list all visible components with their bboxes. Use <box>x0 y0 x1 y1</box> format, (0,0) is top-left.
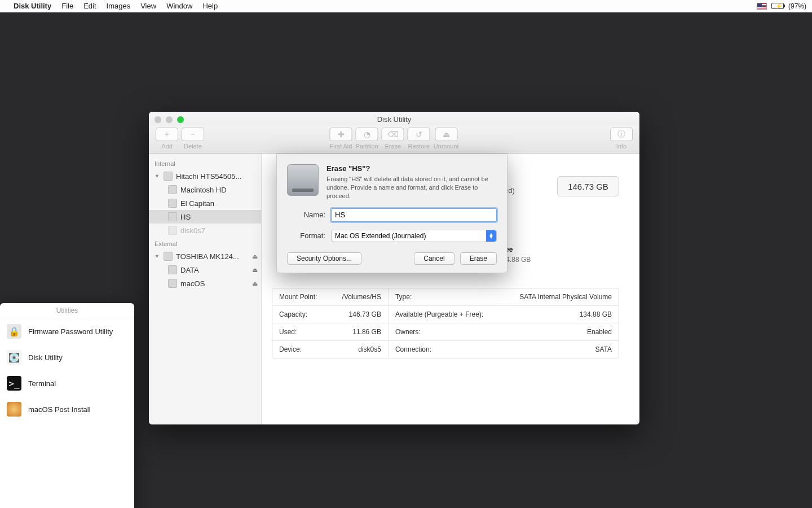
installer-icon <box>7 402 21 417</box>
toolbar-delete[interactable]: －Delete <box>182 128 204 150</box>
table-row: Mount Point:/Volumes/HS Type:SATA Intern… <box>272 288 619 306</box>
sidebar-disk-toshiba[interactable]: ▼TOSHIBA MK124...⏏ <box>149 249 261 263</box>
disk-icon <box>164 172 173 181</box>
format-label: Format: <box>287 231 325 240</box>
dock-item-postinstall[interactable]: macOS Post Install <box>0 396 134 422</box>
sidebar-vol-disk0s7[interactable]: disk0s7 <box>149 224 261 237</box>
titlebar: Disk Utility ＋Add －Delete ✚First Aid ◔Pa… <box>149 112 639 139</box>
sidebar-disk-hitachi[interactable]: ▼Hitachi HTS54505... <box>149 169 261 183</box>
volume-icon <box>168 185 177 194</box>
name-input[interactable] <box>331 208 497 222</box>
dialog-body: Erasing "HS" will delete all data stored… <box>326 175 497 200</box>
volume-icon <box>168 199 177 208</box>
sidebar-vol-elcapitan[interactable]: El Capitan <box>149 196 261 210</box>
erase-dialog: Erase "HS"? Erasing "HS" will delete all… <box>276 154 508 273</box>
window-title: Disk Utility <box>149 115 639 124</box>
input-source-icon[interactable] <box>757 3 767 10</box>
cancel-button[interactable]: Cancel <box>414 252 454 265</box>
terminal-icon: >_ <box>7 376 21 391</box>
disk-icon <box>164 252 173 261</box>
menu-images[interactable]: Images <box>107 2 131 10</box>
sidebar: Internal ▼Hitachi HTS54505... Macintosh … <box>149 154 262 424</box>
toolbar-erase[interactable]: ⌫Erase <box>382 128 404 150</box>
utilities-title: Utilities <box>0 303 134 318</box>
volume-icon <box>168 212 177 221</box>
toolbar-partition[interactable]: ◔Partition <box>356 128 378 150</box>
battery-icon[interactable]: ⚡ <box>771 3 784 9</box>
dock-item-terminal[interactable]: >_Terminal <box>0 370 134 396</box>
eject-icon[interactable]: ⏏ <box>252 280 258 287</box>
menu-edit[interactable]: Edit <box>83 2 96 10</box>
sidebar-vol-macintoshhd[interactable]: Macintosh HD <box>149 183 261 196</box>
sidebar-vol-hs[interactable]: HS <box>149 210 261 224</box>
toolbar-add[interactable]: ＋Add <box>156 128 178 150</box>
capacity-badge: 146.73 GB <box>557 176 619 196</box>
volume-icon <box>168 279 177 288</box>
menu-file[interactable]: File <box>61 2 73 10</box>
sidebar-heading-internal: Internal <box>149 157 261 169</box>
lock-icon: 🔒 <box>7 324 21 339</box>
dock-item-diskutility[interactable]: 💽Disk Utility <box>0 344 134 370</box>
details-table: Mount Point:/Volumes/HS Type:SATA Intern… <box>272 288 619 358</box>
battery-percent: (97%) <box>788 2 806 10</box>
disk-icon: 💽 <box>7 350 21 365</box>
format-value: Mac OS Extended (Journaled) <box>335 232 426 240</box>
toolbar-restore[interactable]: ↺Restore <box>408 128 430 150</box>
name-label: Name: <box>287 211 325 219</box>
table-row: Device:disk0s5 Connection:SATA <box>272 341 619 358</box>
menu-help[interactable]: Help <box>202 2 218 10</box>
chevron-updown-icon: ▲▼ <box>486 230 496 242</box>
sidebar-vol-macos[interactable]: macOS⏏ <box>149 277 261 290</box>
menu-window[interactable]: Window <box>166 2 192 10</box>
toolbar-unmount[interactable]: ⏏Unmount <box>434 128 459 150</box>
toolbar-firstaid[interactable]: ✚First Aid <box>330 128 352 150</box>
volume-icon <box>168 265 177 274</box>
format-select[interactable]: Mac OS Extended (Journaled) ▲▼ <box>331 230 497 242</box>
eject-icon[interactable]: ⏏ <box>252 253 258 260</box>
menubar: Disk Utility File Edit Images View Windo… <box>0 0 812 12</box>
menu-app[interactable]: Disk Utility <box>14 2 51 10</box>
toolbar-info[interactable]: ⓘInfo <box>610 128 633 150</box>
utilities-window: Utilities 🔒Firmware Password Utility 💽Di… <box>0 303 134 508</box>
security-options-button[interactable]: Security Options... <box>287 252 361 265</box>
sidebar-heading-external: External <box>149 237 261 249</box>
harddisk-icon <box>287 164 319 196</box>
table-row: Capacity:146.73 GB Available (Purgeable … <box>272 306 619 323</box>
volume-icon <box>168 226 177 235</box>
erase-button[interactable]: Erase <box>460 252 497 265</box>
eject-icon[interactable]: ⏏ <box>252 266 258 274</box>
table-row: Used:11.86 GB Owners:Enabled <box>272 323 619 341</box>
sidebar-vol-data[interactable]: DATA⏏ <box>149 263 261 277</box>
dialog-title: Erase "HS"? <box>326 164 497 173</box>
menu-view[interactable]: View <box>140 2 156 10</box>
dock-item-firmware[interactable]: 🔒Firmware Password Utility <box>0 318 134 344</box>
